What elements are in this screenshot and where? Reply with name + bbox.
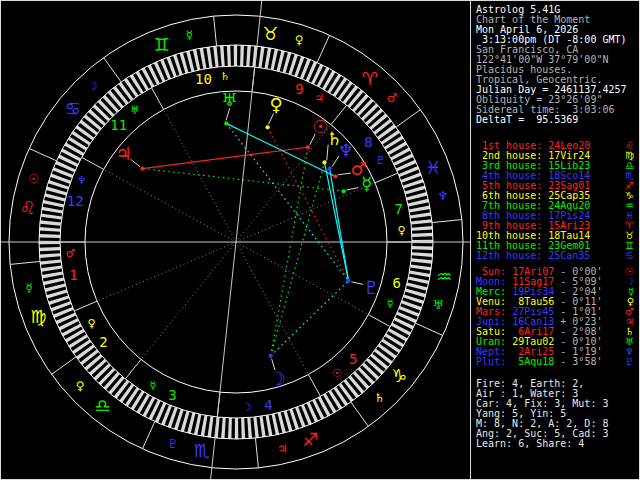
- house-number-6: 6: [393, 275, 401, 291]
- sign-ruler-icon: ♀: [76, 379, 85, 393]
- sign-boundary: [351, 402, 368, 426]
- degree-band-tick: [272, 414, 280, 435]
- degree-band-tick: [186, 51, 194, 72]
- degree-band-tick: [201, 415, 208, 436]
- degree-band-tick: [93, 104, 110, 121]
- house-ruler-icon: ♃: [314, 92, 324, 105]
- degree-band-tick: [88, 109, 106, 125]
- degree-band-tick: [343, 85, 358, 104]
- degree-band-tick: [42, 272, 63, 279]
- sign-glyph-taurus: ♉: [262, 23, 278, 44]
- degree-band-tick: [98, 368, 115, 385]
- house-cusp-segment: [331, 105, 347, 124]
- planet-dot-sun: [306, 145, 310, 149]
- degree-band-tick: [79, 120, 98, 135]
- house-number-4: 4: [264, 397, 272, 413]
- sign-glyph-leo: ♌: [20, 197, 36, 218]
- planet-dot-venu: [266, 125, 270, 129]
- house-ruler-icon: ♀: [88, 317, 96, 330]
- planet-pointer: [131, 159, 140, 166]
- house-cusp-spoke: [236, 183, 375, 242]
- sign-glyph-capricorn: ♑: [391, 365, 407, 386]
- degree-band-tick: [411, 258, 432, 263]
- degree-band-tick: [370, 354, 388, 370]
- planet-velocity: - 3°58': [554, 356, 602, 367]
- house-cusp-spoke: [164, 110, 236, 242]
- degree-band-tick: [410, 212, 431, 218]
- degree-band-tick: [40, 220, 61, 225]
- degree-band-tick: [253, 417, 258, 438]
- degree-band-tick: [409, 271, 430, 278]
- degree-band-tick: [365, 108, 383, 125]
- house-cusp-segment: [82, 157, 104, 169]
- planet-pointer: [338, 173, 351, 175]
- sign-boundary: [142, 421, 154, 448]
- aspect-line-moon-plut: [271, 281, 349, 356]
- house-ruler-icon: ♅: [130, 104, 140, 117]
- degree-band-tick: [39, 253, 60, 258]
- house-cusp-text: 12th house: 25Can35: [476, 250, 590, 261]
- astrolog-window: ♈♂♉♀♊☿♋☽♌☉♍☿♎♀♏♇♐♃♑♄♒♅♓♆1♂2♀3☿4☽5☉6☿7♀8♇…: [0, 0, 640, 480]
- degree-band-tick: [44, 193, 65, 201]
- planet-position: 5Aqu18: [512, 356, 554, 367]
- sign-ruler-icon: ♅: [433, 298, 444, 312]
- sign-glyph-aries: ♈: [362, 68, 378, 89]
- planet-pointer: [226, 108, 230, 120]
- degree-band-tick: [348, 375, 364, 393]
- aspect-line-moon-sun: [271, 147, 308, 356]
- degree-band-tick: [103, 372, 119, 390]
- degree-band-tick: [240, 45, 244, 66]
- planet-dot-uran: [224, 121, 228, 125]
- degree-band-tick: [113, 86, 129, 105]
- sign-ruler-icon: ☿: [186, 28, 193, 42]
- sign-boundary: [396, 110, 420, 127]
- degree-band-tick: [353, 371, 370, 389]
- degree-band-tick: [45, 284, 66, 292]
- degree-band-tick: [193, 49, 201, 70]
- wheel-planet-mars-icon: ♂: [351, 158, 367, 179]
- sign-boundary: [10, 261, 40, 264]
- degree-band-tick: [358, 367, 375, 384]
- sign-ruler-icon: ☿: [25, 281, 32, 295]
- aspect-line-satu-plut: [325, 162, 349, 280]
- sign-ruler-icon: ♄: [374, 391, 385, 405]
- degree-band-tick: [114, 380, 129, 399]
- degree-band-tick: [41, 213, 62, 219]
- house-row: 12th house: 25Can35♋: [476, 251, 640, 261]
- degree-band-tick: [228, 418, 232, 439]
- degree-band-tick: [84, 114, 102, 130]
- degree-band-tick: [102, 95, 119, 113]
- house-cusp-segment: [125, 359, 141, 378]
- degree-band-tick: [366, 358, 384, 374]
- house-cusp-segment: [368, 315, 390, 327]
- degree-band-tick: [258, 47, 264, 68]
- degree-band-tick: [406, 192, 427, 200]
- sign-ruler-icon: ♃: [277, 442, 288, 456]
- house-number-1: 1: [69, 267, 77, 283]
- degree-band-tick: [227, 45, 231, 66]
- degree-band-tick: [278, 412, 286, 433]
- degree-band-tick: [220, 45, 225, 66]
- degree-band-tick: [411, 219, 432, 224]
- planet-pointer: [351, 282, 363, 285]
- degree-band-tick: [43, 200, 64, 207]
- degree-band-tick: [84, 354, 102, 370]
- sign-glyph-libra: ♎: [94, 395, 110, 416]
- wheel-planet-venu-icon: ♀: [270, 94, 283, 115]
- degree-band-tick: [409, 206, 430, 213]
- house-number-2: 2: [99, 334, 107, 350]
- degree-band-tick: [241, 418, 245, 439]
- degree-band-tick: [271, 49, 278, 70]
- info-sidebar: Astrolog 5.41GChart of the MomentMon Apr…: [471, 1, 640, 480]
- stat-text: Learn: 6, Share: 4: [476, 438, 584, 449]
- house-number-5: 5: [349, 351, 357, 367]
- sign-boundary: [104, 58, 121, 82]
- sign-glyph-pisces: ♓: [425, 157, 441, 178]
- house-number-3: 3: [168, 387, 176, 403]
- house-cusp-spoke: [104, 169, 236, 242]
- degree-band-tick: [412, 240, 433, 243]
- sign-ruler-icon: ☽: [87, 79, 98, 93]
- house-cusp-spoke: [141, 242, 236, 359]
- house-number-11: 11: [110, 117, 127, 133]
- degree-band-tick: [200, 48, 207, 69]
